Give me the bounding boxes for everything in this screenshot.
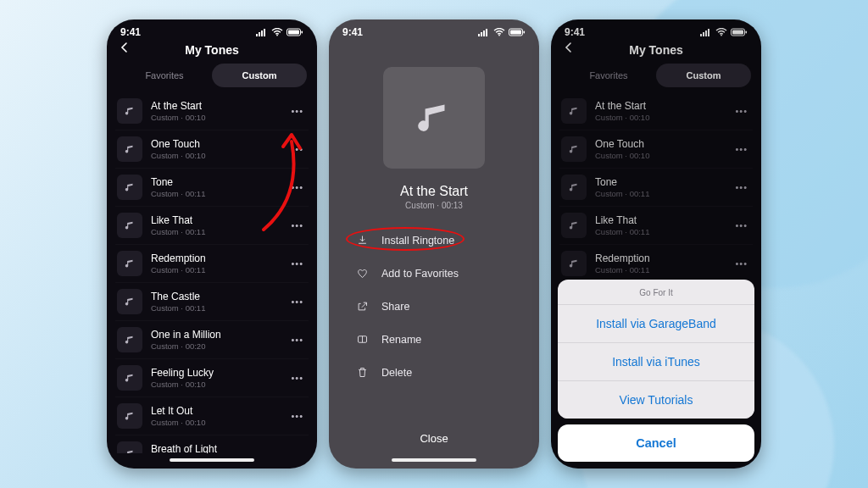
svg-rect-1 [259, 32, 260, 36]
tone-subtitle: Custom · 00:10 [151, 113, 279, 122]
status-time: 9:41 [342, 26, 363, 38]
tab-custom[interactable]: Custom [212, 64, 307, 87]
svg-rect-11 [486, 29, 487, 36]
action-list: Install Ringtone Add to Favorites Share … [351, 225, 517, 387]
status-indicators [256, 28, 303, 36]
wifi-icon [493, 28, 505, 36]
action-sheet: Go For It Install via GarageBand Install… [551, 274, 761, 469]
tones-list: At the Start Custom · 00:10 ••• One Touc… [107, 92, 317, 453]
more-button[interactable]: ••• [287, 293, 307, 310]
tone-subtitle: Custom · 00:20 [151, 341, 279, 351]
share-icon [354, 300, 370, 313]
sheet-option-garageband[interactable]: Install via GarageBand [558, 305, 754, 343]
more-button[interactable]: ••• [287, 446, 307, 453]
list-item[interactable]: Tone Custom · 00:11 ••• [115, 169, 309, 207]
music-note-icon [117, 403, 142, 429]
list-item[interactable]: Let It Out Custom · 00:10 ••• [115, 397, 309, 435]
list-item[interactable]: At the Start Custom · 00:10 ••• [115, 92, 309, 130]
signal-icon [256, 28, 268, 36]
status-time: 9:41 [120, 26, 141, 38]
more-button[interactable]: ••• [287, 255, 307, 272]
music-note-icon [117, 327, 142, 352]
action-delete[interactable]: Delete [351, 358, 517, 387]
close-button[interactable]: Close [329, 417, 539, 453]
status-indicators [478, 28, 526, 36]
action-label: Share [381, 301, 409, 313]
svg-rect-7 [302, 31, 303, 34]
phone-screen-2: 9:41 At the Start Custom · 00:13 Install… [329, 19, 539, 469]
action-install-ringtone[interactable]: Install Ringtone [351, 225, 517, 255]
tone-title: Breath of Light [151, 443, 279, 453]
svg-point-12 [498, 35, 500, 36]
svg-rect-9 [481, 32, 482, 36]
action-label: Delete [381, 367, 412, 379]
more-button[interactable]: ••• [287, 331, 307, 348]
list-item[interactable]: Like That Custom · 00:11 ••• [115, 207, 309, 245]
action-rename[interactable]: Rename [351, 324, 517, 354]
tone-title: One Touch [151, 138, 279, 150]
music-note-icon [117, 98, 142, 124]
heart-icon [354, 267, 370, 280]
tone-title: Tone [151, 176, 279, 188]
action-label: Rename [381, 334, 421, 346]
sheet-option-tutorials[interactable]: View Tutorials [558, 381, 754, 419]
tone-subtitle: Custom · 00:10 [151, 151, 279, 160]
album-art [383, 67, 485, 169]
music-note-icon [117, 441, 142, 453]
home-indicator[interactable] [392, 458, 476, 462]
chevron-left-icon [119, 42, 131, 53]
list-item[interactable]: Breath of Light Custom · 00:10 ••• [115, 435, 309, 453]
home-indicator[interactable] [170, 458, 254, 462]
svg-rect-2 [261, 30, 263, 36]
list-item[interactable]: One in a Million Custom · 00:20 ••• [115, 321, 309, 359]
action-share[interactable]: Share [351, 291, 517, 321]
list-item[interactable]: The Castle Custom · 00:11 ••• [115, 283, 309, 321]
tone-subtitle: Custom · 00:11 [151, 265, 279, 274]
list-item[interactable]: One Touch Custom · 00:10 ••• [115, 130, 309, 169]
svg-rect-15 [524, 31, 526, 34]
list-item[interactable]: Redemption Custom · 00:11 ••• [115, 245, 309, 283]
action-add-favorite[interactable]: Add to Favorites [351, 258, 517, 288]
more-button[interactable]: ••• [287, 141, 307, 158]
svg-rect-0 [256, 34, 258, 36]
music-note-icon [117, 289, 142, 314]
music-note-icon [117, 136, 142, 162]
trash-icon [354, 366, 370, 379]
more-button[interactable]: ••• [287, 179, 307, 196]
tone-title: Redemption [151, 252, 279, 264]
back-button[interactable] [119, 42, 131, 57]
music-note-icon [413, 97, 455, 139]
list-item[interactable]: Feeling Lucky Custom · 00:10 ••• [115, 359, 309, 397]
svg-rect-3 [264, 29, 265, 36]
tone-title: At the Start [151, 100, 279, 112]
signal-icon [478, 28, 490, 36]
svg-rect-14 [510, 30, 521, 35]
tone-subtitle: Custom · 00:11 [151, 189, 279, 198]
more-button[interactable]: ••• [287, 217, 307, 234]
battery-icon [509, 28, 526, 36]
status-bar: 9:41 [329, 19, 539, 40]
tone-title: Let It Out [151, 405, 279, 417]
music-note-icon [117, 365, 142, 391]
action-label: Add to Favorites [381, 268, 459, 280]
sheet-option-itunes[interactable]: Install via iTunes [558, 343, 754, 381]
battery-icon [287, 28, 303, 36]
svg-point-4 [276, 35, 278, 36]
more-button[interactable]: ••• [287, 408, 307, 424]
more-button[interactable]: ••• [287, 369, 307, 386]
tone-title: The Castle [151, 291, 279, 302]
svg-rect-8 [478, 34, 480, 36]
sheet-header: Go For It [558, 280, 754, 305]
tone-subtitle: Custom · 00:11 [151, 303, 279, 313]
tone-subtitle: Custom · 00:10 [151, 418, 279, 427]
song-title: At the Start [400, 184, 468, 199]
tab-favorites[interactable]: Favorites [117, 64, 212, 87]
sheet-cancel[interactable]: Cancel [558, 424, 754, 462]
tone-title: Feeling Lucky [151, 367, 279, 379]
song-subtitle: Custom · 00:13 [405, 201, 463, 210]
svg-rect-10 [483, 30, 485, 36]
more-button[interactable]: ••• [287, 103, 307, 119]
phone-screen-3: 9:41 My Tones Favorites Custom At the St… [551, 19, 761, 469]
wifi-icon [271, 28, 283, 36]
tone-title: Like That [151, 214, 279, 226]
